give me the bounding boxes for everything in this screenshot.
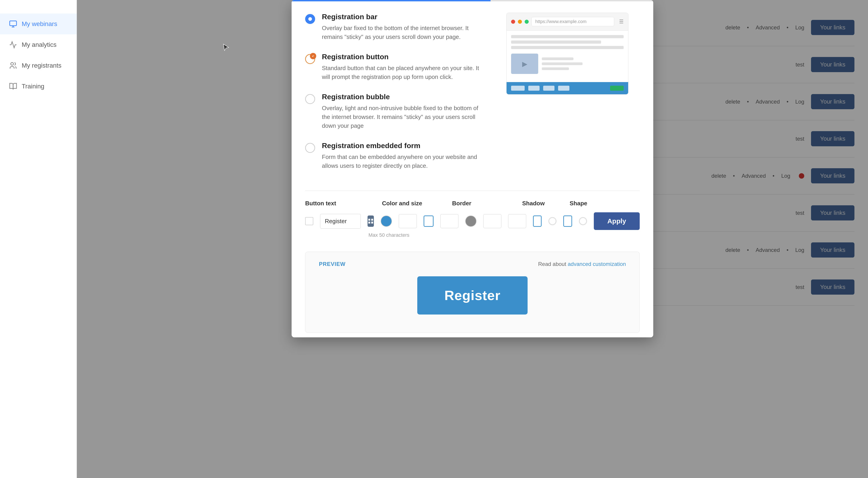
registration-embedded-option[interactable]: Registration embedded form Form that can… <box>305 142 484 170</box>
registration-embedded-desc: Form that can be embedded anywhere on yo… <box>322 153 484 170</box>
shadow-toggle[interactable] <box>548 217 557 225</box>
registration-bubble-text: Registration bubble Overlay, light and n… <box>322 93 484 130</box>
registration-button-option[interactable]: Registration button Standard button that… <box>305 53 484 81</box>
svg-rect-6 <box>368 221 370 223</box>
grid-svg <box>368 218 374 224</box>
shape-toggle[interactable] <box>579 217 587 225</box>
svg-rect-5 <box>371 219 373 221</box>
preview-register-button[interactable]: Register <box>417 276 528 315</box>
card-lines <box>542 54 583 74</box>
shadow-box[interactable] <box>533 215 542 227</box>
shadow-header: Shadow <box>522 200 563 207</box>
sidebar-item-my-analytics[interactable]: My analytics <box>0 34 76 55</box>
sidebar: My webinars My analytics My registrants … <box>0 0 77 478</box>
registration-bubble-desc: Overlay, light and non-intrusive bubble … <box>322 104 484 130</box>
browser-preview: https://www.example.com ☰ ▶ <box>506 13 628 94</box>
apply-button[interactable]: Apply <box>594 212 640 230</box>
registration-bar-text: Registration bar Overlay bar fixed to th… <box>322 13 484 41</box>
registration-bubble-option[interactable]: Registration bubble Overlay, light and n… <box>305 93 484 130</box>
preview-header: PREVIEW Read about advanced customizatio… <box>319 261 626 267</box>
video-thumbnail: ▶ <box>511 54 538 74</box>
button-text-checkbox[interactable] <box>305 217 313 225</box>
menu-icon: ☰ <box>619 19 624 25</box>
svg-rect-0 <box>10 21 17 26</box>
settings-headers: Button text Color and size Border Shadow… <box>305 200 640 207</box>
url-bar: https://www.example.com <box>531 17 614 26</box>
button-text-input[interactable] <box>320 214 361 229</box>
sidebar-item-training[interactable]: Training <box>0 76 76 97</box>
registration-embedded-title: Registration embedded form <box>322 142 484 150</box>
bar-btn-3 <box>543 86 555 91</box>
analytics-icon <box>9 41 17 49</box>
sidebar-item-my-webinars[interactable]: My webinars <box>0 13 76 34</box>
registrants-icon <box>9 61 17 70</box>
card-line <box>542 57 574 60</box>
preview-section: PREVIEW Read about advanced customizatio… <box>305 252 640 333</box>
border-box-1[interactable] <box>424 215 434 227</box>
modal-progress-bar <box>291 0 653 1</box>
main-content: delete • Advanced • Log Your links test … <box>77 0 868 478</box>
radio-registration-bubble[interactable] <box>305 94 315 104</box>
radio-registration-embedded[interactable] <box>305 143 315 153</box>
registration-bar-preview <box>506 82 628 94</box>
content-lines <box>511 35 624 49</box>
btn-text-header: Button text <box>305 200 355 207</box>
browser-bar: https://www.example.com ☰ <box>506 13 628 31</box>
svg-point-3 <box>11 63 13 65</box>
training-icon <box>9 82 17 90</box>
content-line <box>511 40 601 43</box>
browser-dot-yellow <box>518 20 522 24</box>
content-line <box>511 35 624 38</box>
border-color-input[interactable] <box>483 214 501 228</box>
registration-bar-title: Registration bar <box>322 13 484 21</box>
advanced-text-prefix: Read about <box>538 261 568 267</box>
content-card: ▶ <box>511 54 624 74</box>
sidebar-item-label: Training <box>22 83 44 90</box>
border-size-input[interactable] <box>440 214 458 228</box>
sidebar-item-my-registrants[interactable]: My registrants <box>0 55 76 76</box>
play-icon: ▶ <box>522 60 527 68</box>
color-swatch-blue[interactable] <box>381 215 392 227</box>
font-size-input[interactable] <box>399 214 417 228</box>
color-swatch-gray[interactable] <box>465 215 476 227</box>
registration-modal: Registration bar Overlay bar fixed to th… <box>291 0 653 337</box>
sidebar-item-label: My registrants <box>22 62 61 69</box>
border-extra-input[interactable] <box>508 214 526 228</box>
svg-rect-7 <box>371 221 373 223</box>
bar-btn-2 <box>528 86 539 91</box>
svg-rect-4 <box>368 219 370 221</box>
content-line <box>511 46 624 49</box>
browser-preview-container: https://www.example.com ☰ ▶ <box>497 1 653 190</box>
bar-btn-4 <box>558 86 569 91</box>
registration-button-title: Registration button <box>322 53 484 61</box>
radio-registration-bar[interactable] <box>305 14 315 24</box>
browser-content: ▶ <box>506 31 628 82</box>
registration-bar-desc: Overlay bar fixed to the bottom of the i… <box>322 24 484 41</box>
max-chars-label: Max 50 characters <box>368 232 640 238</box>
browser-dot-red <box>511 20 515 24</box>
browser-dot-green <box>525 20 529 24</box>
advanced-customization-link[interactable]: advanced customization <box>568 261 626 267</box>
preview-title: PREVIEW <box>319 261 346 267</box>
settings-controls: Apply <box>305 212 640 230</box>
sidebar-item-label: My webinars <box>22 20 57 28</box>
sidebar-item-label: My analytics <box>22 41 57 49</box>
bar-btn-green <box>610 86 624 91</box>
registration-bubble-title: Registration bubble <box>322 93 484 101</box>
color-size-header: Color and size <box>382 200 445 207</box>
registration-button-text: Registration button Standard button that… <box>322 53 484 81</box>
card-line <box>542 62 583 65</box>
bar-btn-1 <box>511 86 525 91</box>
grid-icon[interactable] <box>368 215 374 227</box>
radio-registration-button[interactable] <box>305 54 315 64</box>
button-settings: Button text Color and size Border Shadow… <box>291 191 653 247</box>
advanced-customization-text: Read about advanced customization <box>538 261 626 267</box>
shape-box[interactable] <box>563 215 572 227</box>
border-header: Border <box>452 200 515 207</box>
modal-overlay: Registration bar Overlay bar fixed to th… <box>77 0 868 478</box>
registration-bar-option[interactable]: Registration bar Overlay bar fixed to th… <box>305 13 484 41</box>
progress-fill <box>291 0 491 1</box>
registration-button-desc: Standard button that can be placed anywh… <box>322 64 484 81</box>
registration-embedded-text: Registration embedded form Form that can… <box>322 142 484 170</box>
webinar-icon <box>9 20 17 28</box>
